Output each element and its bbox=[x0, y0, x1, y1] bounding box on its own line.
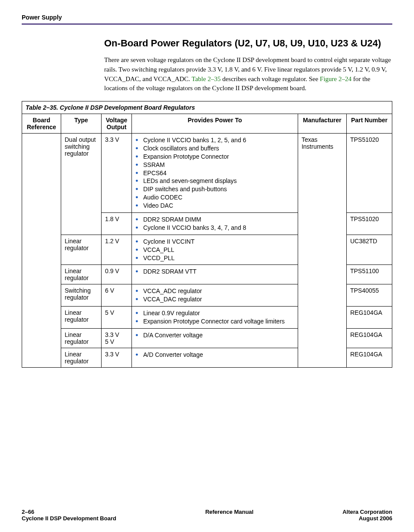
cell-part-number: UC382TD bbox=[346, 235, 392, 265]
cell-type: Linear regulator bbox=[61, 235, 102, 265]
cell-type: Switching regulator bbox=[61, 284, 102, 307]
bullet-item: Expansion Prototype Connector bbox=[135, 153, 294, 161]
cell-provides: DDR2 SDRAM VTT bbox=[132, 265, 298, 284]
cell-type: Dual output switching regulator bbox=[61, 134, 102, 235]
footer-date: August 2006 bbox=[342, 515, 392, 522]
cell-part-number: REG104GA bbox=[346, 329, 392, 348]
running-head: Power Supply bbox=[22, 14, 392, 21]
cell-provides: VCCA_ADC regulator VCCA_DAC regulator bbox=[132, 284, 298, 307]
bullet-item: DDR2 SDRAM DIMM bbox=[135, 215, 294, 224]
regulators-table: Table 2–35. Cyclone II DSP Development B… bbox=[22, 101, 392, 368]
col-header-part-number: Part Number bbox=[346, 114, 392, 134]
bullet-item: VCCA_DAC regulator bbox=[135, 295, 294, 304]
cell-provides: D/A Converter voltage bbox=[132, 329, 298, 348]
cell-part-number: REG104GA bbox=[346, 348, 392, 368]
footer-center: Reference Manual bbox=[116, 509, 342, 522]
table-link[interactable]: Table 2–35 bbox=[192, 75, 221, 82]
table-header-row: Board Reference Type Voltage Output Prov… bbox=[22, 114, 392, 134]
cell-provides: Linear 0.9V regulator Expansion Prototyp… bbox=[132, 307, 298, 329]
cell-manufacturer: Texas Instruments bbox=[298, 134, 346, 368]
cell-voltage: 5 V bbox=[102, 307, 132, 329]
cell-type: Linear regulator bbox=[61, 329, 102, 348]
bullet-item: Cyclone II VCCIO banks 3, 4, 7, and 8 bbox=[135, 224, 294, 232]
intro-text-2: describes each voltage regulator. See bbox=[220, 75, 320, 82]
bullet-item: Expansion Prototype Connector card volta… bbox=[135, 317, 294, 326]
bullet-item: Clock oscillators and buffers bbox=[135, 144, 294, 153]
bullet-item: D/A Converter voltage bbox=[135, 331, 294, 339]
cell-part-number: TPS51020 bbox=[346, 134, 392, 213]
bullet-item: A/D Converter voltage bbox=[135, 351, 294, 359]
figure-link[interactable]: Figure 2–24 bbox=[320, 75, 352, 82]
bullet-item: SSRAM bbox=[135, 161, 294, 169]
bullet-item: Linear 0.9V regulator bbox=[135, 309, 294, 317]
cell-voltage: 1.2 V bbox=[102, 235, 132, 265]
footer-doc-title: Cyclone II DSP Development Board bbox=[22, 515, 116, 522]
cell-provides: Cyclone II VCCIO banks 1, 2, 5, and 6 Cl… bbox=[132, 134, 298, 213]
header-rule bbox=[22, 23, 392, 25]
bullet-item: VCCD_PLL bbox=[135, 254, 294, 262]
table-caption: Table 2–35. Cyclone II DSP Development B… bbox=[22, 101, 392, 114]
table-caption-row: Table 2–35. Cyclone II DSP Development B… bbox=[22, 101, 392, 114]
col-header-voltage-output: Voltage Output bbox=[102, 114, 132, 134]
cell-part-number: TPS40055 bbox=[346, 284, 392, 307]
col-header-board-reference: Board Reference bbox=[22, 114, 61, 134]
cell-voltage: 6 V bbox=[102, 284, 132, 307]
voltage-line-1: 3.3 V bbox=[105, 331, 119, 338]
table-row: Dual output switching regulator 3.3 V Cy… bbox=[22, 134, 392, 213]
section-title: On-Board Power Regulators (U2, U7, U8, U… bbox=[104, 38, 392, 49]
cell-type: Linear regulator bbox=[61, 307, 102, 329]
cell-voltage: 3.3 V 5 V bbox=[102, 329, 132, 348]
cell-part-number: REG104GA bbox=[346, 307, 392, 329]
bullet-item: VCCA_ADC regulator bbox=[135, 287, 294, 295]
cell-voltage: 3.3 V bbox=[102, 134, 132, 213]
bullet-item: VCCA_PLL bbox=[135, 246, 294, 254]
cell-voltage: 1.8 V bbox=[102, 213, 132, 235]
cell-part-number: TPS51100 bbox=[346, 265, 392, 284]
voltage-line-2: 5 V bbox=[105, 338, 114, 345]
bullet-item: Audio CODEC bbox=[135, 193, 294, 202]
col-header-manufacturer: Manufacturer bbox=[298, 114, 346, 134]
bullet-item: DDR2 SDRAM VTT bbox=[135, 268, 294, 276]
bullet-item: Cyclone II VCCINT bbox=[135, 238, 294, 246]
footer-company: Altera Corporation bbox=[342, 509, 392, 515]
col-header-type: Type bbox=[61, 114, 102, 134]
cell-type: Linear regulator bbox=[61, 265, 102, 284]
cell-type: Linear regulator bbox=[61, 348, 102, 368]
cell-provides: DDR2 SDRAM DIMM Cyclone II VCCIO banks 3… bbox=[132, 213, 298, 235]
footer-page-number: 2–66 bbox=[22, 509, 116, 515]
bullet-item: DIP switches and push-buttons bbox=[135, 185, 294, 193]
page-footer: 2–66 Cyclone II DSP Development Board Re… bbox=[22, 498, 392, 522]
bullet-item: Video DAC bbox=[135, 202, 294, 210]
bullet-item: Cyclone II VCCIO banks 1, 2, 5, and 6 bbox=[135, 136, 294, 144]
col-header-provides-power-to: Provides Power To bbox=[132, 114, 298, 134]
cell-voltage: 0.9 V bbox=[102, 265, 132, 284]
intro-paragraph: There are seven voltage regulators on th… bbox=[104, 55, 392, 93]
cell-part-number: TPS51020 bbox=[346, 213, 392, 235]
cell-provides: Cyclone II VCCINT VCCA_PLL VCCD_PLL bbox=[132, 235, 298, 265]
cell-board-reference bbox=[22, 134, 61, 368]
cell-voltage: 3.3 V bbox=[102, 348, 132, 368]
bullet-item: LEDs and seven-segment displays bbox=[135, 177, 294, 185]
cell-provides: A/D Converter voltage bbox=[132, 348, 298, 368]
bullet-item: EPCS64 bbox=[135, 169, 294, 177]
